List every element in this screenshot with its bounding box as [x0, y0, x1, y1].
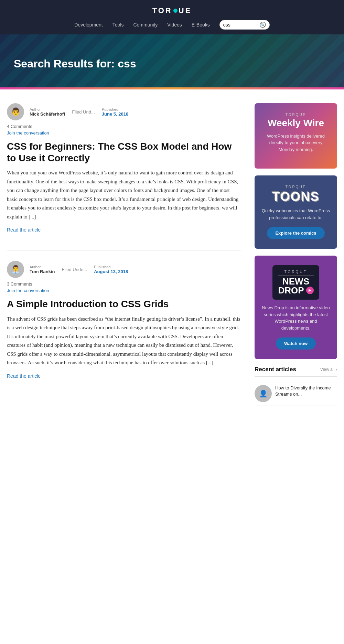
newsdrop-news-label: NEWS: [278, 277, 313, 286]
nav-development[interactable]: Development: [74, 22, 103, 28]
article-excerpt-1: When you run your own WordPress website,…: [7, 169, 241, 221]
toons-torque-label: TORQUE: [261, 185, 330, 189]
filed-under-1: Filed Und...: [72, 109, 95, 115]
logo-dot: [173, 9, 178, 13]
author-label-1: Author: [30, 107, 65, 111]
watch-now-button[interactable]: Watch now: [276, 337, 316, 350]
avatar-1: 👨: [7, 103, 24, 120]
published-label-2: Published: [94, 265, 128, 269]
avatar-2: 👨‍💼: [7, 261, 24, 278]
site-logo: TOR UE: [152, 6, 192, 15]
explore-comics-button[interactable]: Explore the comics: [267, 227, 324, 239]
nav-videos[interactable]: Videos: [167, 22, 182, 28]
chevron-right-icon: ›: [336, 367, 337, 372]
article-excerpt-2: The advent of CSS grids has been describ…: [7, 315, 241, 367]
play-icon: ▶: [306, 287, 314, 294]
hero-banner: Search Results for: css: [0, 34, 344, 89]
article-title-2: A Simple Introduction to CSS Grids: [7, 298, 241, 310]
newsdrop-torque-label: TORQUE: [278, 270, 313, 276]
content-area: 👨 Author Nick Schäferhoff Filed Und... P…: [7, 103, 241, 406]
newsdrop-desc: News Drop is an informative video series…: [261, 304, 330, 331]
join-conversation-2[interactable]: Join the conversation: [7, 288, 49, 293]
newsdrop-drop-label: DROP ▶: [278, 286, 313, 295]
recent-article-text-1: How to Diversify the Income Streams on..…: [275, 385, 337, 397]
published-block-1: Published June 5, 2018: [102, 107, 128, 117]
site-header: TOR UE Development Tools Community Video…: [0, 0, 344, 34]
widget-weekly-wire: TORQUE Weekly Wire WordPress insights de…: [255, 103, 337, 169]
toons-title: TOONS: [261, 190, 330, 204]
widget-newsdrop: TORQUE NEWS DROP ▶ News Drop is an infor…: [255, 256, 337, 359]
recent-article-item-1: 👤 How to Diversify the Income Streams on…: [255, 382, 337, 406]
article-title-1: CSS for Beginners: The CSS Box Model and…: [7, 141, 241, 164]
author-name-2: Tom Rankin: [30, 269, 55, 274]
nav-ebooks[interactable]: E-Books: [192, 22, 210, 28]
logo-text: TOR: [152, 6, 172, 15]
published-block-2: Published August 13, 2018: [94, 265, 128, 274]
author-label-2: Author: [30, 265, 55, 269]
recent-articles-header: Recent articles View all ›: [255, 366, 337, 377]
article-divider-1: [7, 250, 241, 250]
published-date-2: August 13, 2018: [94, 269, 128, 274]
toons-desc: Quirky webcomics that WordPress professi…: [261, 207, 330, 221]
article-card-2: 👨‍💼 Author Tom Rankin Filed Unde... Publ…: [7, 261, 241, 379]
weekly-wire-title: Weekly Wire: [261, 118, 330, 129]
published-label-1: Published: [102, 107, 128, 111]
search-icon[interactable]: 🔍: [260, 22, 266, 28]
newsdrop-logo-box: TORQUE NEWS DROP ▶: [272, 265, 319, 300]
search-results-title: Search Results for: css: [14, 57, 136, 70]
sidebar: TORQUE Weekly Wire WordPress insights de…: [255, 103, 337, 406]
comments-count-1: 4 Comments: [7, 124, 241, 129]
widget-toons: TORQUE TOONS Quirky webcomics that WordP…: [255, 175, 337, 249]
nav-tools[interactable]: Tools: [112, 22, 124, 28]
author-name-1: Nick Schäferhoff: [30, 111, 65, 117]
site-nav: Development Tools Community Videos E-Boo…: [74, 20, 269, 34]
weekly-wire-torque-label: TORQUE: [261, 113, 330, 117]
author-block-2: Author Tom Rankin: [30, 265, 55, 274]
logo-text-2: UE: [179, 6, 192, 15]
filed-under-2: Filed Unde...: [62, 267, 87, 272]
weekly-wire-desc: WordPress insights delivered directly to…: [261, 133, 330, 153]
main-layout: 👨 Author Nick Schäferhoff Filed Und... P…: [0, 89, 344, 420]
article-card-1: 👨 Author Nick Schäferhoff Filed Und... P…: [7, 103, 241, 233]
recent-article-thumb-1: 👤: [255, 385, 272, 402]
read-article-link-1[interactable]: Read the article: [7, 227, 41, 233]
article-meta-2: 👨‍💼 Author Tom Rankin Filed Unde... Publ…: [7, 261, 241, 278]
view-all-link[interactable]: View all ›: [320, 367, 337, 372]
join-conversation-1[interactable]: Join the conversation: [7, 130, 49, 136]
read-article-link-2[interactable]: Read the article: [7, 373, 41, 379]
article-meta-1: 👨 Author Nick Schäferhoff Filed Und... P…: [7, 103, 241, 120]
search-input[interactable]: [223, 22, 258, 28]
search-box: 🔍: [219, 20, 270, 30]
recent-articles-title: Recent articles: [255, 366, 296, 373]
comments-count-2: 3 Comments: [7, 281, 241, 287]
published-date-1: June 5, 2018: [102, 111, 128, 117]
nav-community[interactable]: Community: [133, 22, 158, 28]
recent-articles-widget: Recent articles View all › 👤 How to Dive…: [255, 366, 337, 406]
author-block-1: Author Nick Schäferhoff: [30, 107, 65, 117]
